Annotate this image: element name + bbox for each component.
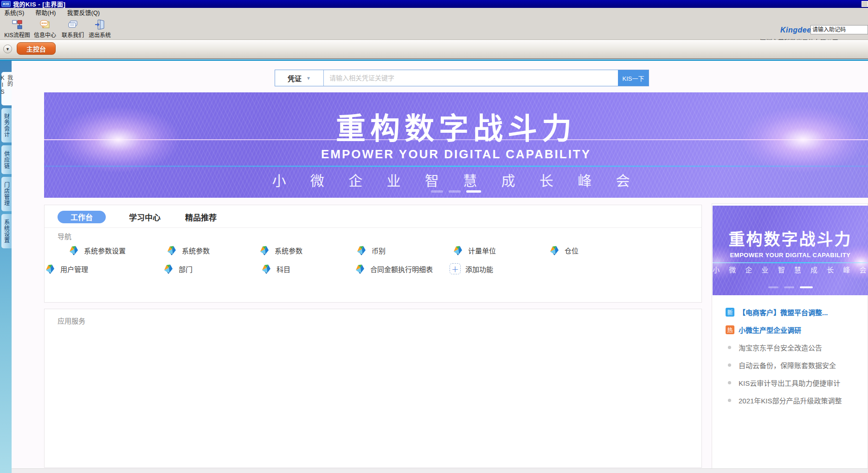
nav-item-label: 部门 <box>179 264 193 274</box>
divider <box>45 227 701 228</box>
search-input[interactable] <box>324 70 618 86</box>
carousel-indicators[interactable] <box>713 286 868 288</box>
kis-diamond-icon <box>452 245 463 256</box>
search-category-value: 凭证 <box>288 73 302 83</box>
bullet-icon <box>728 381 731 384</box>
kis-diamond-icon <box>45 263 56 274</box>
horizontal-scrollbar[interactable] <box>12 468 868 473</box>
news-link[interactable]: 自动云备份，保障账套数据安全 <box>739 360 836 370</box>
news-link[interactable]: 淘宝京东平台安全改造公告 <box>739 343 822 352</box>
add-function-label: 添加功能 <box>465 264 493 274</box>
nav-item-label: 系统参数 <box>182 246 210 255</box>
nav-item[interactable]: 仓位 <box>549 245 579 256</box>
nav-item-label: 系统参数 <box>275 246 302 255</box>
tab-recommendations[interactable]: 精品推荐 <box>185 211 217 223</box>
nav-item[interactable]: 系统参数 <box>166 245 210 256</box>
banner-cyan-line <box>713 262 868 263</box>
news-item: 自动云备份，保障账套数据安全 <box>726 356 842 374</box>
news-link[interactable]: KIS云审计导出工具助力便捷审计 <box>739 378 840 388</box>
kis-diamond-icon <box>354 263 366 274</box>
message-bubble-icon <box>39 19 51 30</box>
bullet-icon <box>728 346 731 349</box>
banner-cyan-line <box>44 166 868 167</box>
toolbar: KIS流程图 信息中心 联系我们 退出系 <box>0 17 868 40</box>
sidebar-tab-finance[interactable]: 财务会计 <box>1 108 12 143</box>
bullet-icon <box>728 363 731 367</box>
search-button[interactable]: KIS一下 <box>618 70 649 86</box>
plus-icon: ＋ <box>450 263 461 274</box>
news-item: 新 【电商客户】微盟平台调整... <box>726 303 842 321</box>
nav-item-label: 仓位 <box>565 246 579 255</box>
workspace-card: 工作台 学习中心 精品推荐 导航 系统参数设置 <box>44 205 702 303</box>
banner-subtitle: EMPOWER YOUR DIGITAL CAPABILITY <box>713 252 868 259</box>
flowchart-icon <box>12 19 23 30</box>
tab-strip: ▼ 主控台 <box>0 40 868 59</box>
menu-bar: 系统(S) 帮助(H) 我要反馈(Q) <box>0 8 868 17</box>
nav-item-label: 用户管理 <box>60 264 88 274</box>
news-badge: 热 <box>726 325 734 334</box>
search-bar: 凭证 ▼ KIS一下 <box>275 70 649 86</box>
exit-system-button[interactable]: 退出系统 <box>83 19 117 39</box>
news-item: 淘宝京东平台安全改造公告 <box>726 338 842 356</box>
sidebar-tab-store-management[interactable]: 门店管理 <box>1 177 12 211</box>
sidebar-tab-my-kis[interactable]: 我的KIS <box>1 72 12 105</box>
sidebar-tab-system-settings[interactable]: 系统设置 <box>1 214 12 248</box>
promo-banner[interactable]: 重构数字战斗力 EMPOWER YOUR DIGITAL CAPABILITY … <box>44 92 868 198</box>
mnemonic-input[interactable] <box>810 25 868 34</box>
news-link[interactable]: 【电商客户】微盟平台调整... <box>739 307 828 317</box>
nav-item[interactable]: 系统参数设置 <box>68 245 126 256</box>
right-panel: 重构数字战斗力 EMPOWER YOUR DIGITAL CAPABILITY … <box>712 203 868 470</box>
toolbar-label: 联系我们 <box>62 31 84 39</box>
toolbar-label: 信息中心 <box>34 31 56 39</box>
news-badge: 新 <box>726 308 734 317</box>
nav-item[interactable]: 计量单位 <box>452 245 496 256</box>
nav-item[interactable]: 合同金额执行明细表 <box>354 263 433 274</box>
sidebar-tab-supply-chain[interactable]: 供应链 <box>1 145 12 174</box>
toolbar-label: 退出系统 <box>89 31 111 39</box>
add-function-button[interactable]: ＋ 添加功能 <box>450 263 493 274</box>
search-category-dropdown[interactable]: 凭证 ▼ <box>275 70 324 86</box>
promo-banner-mini[interactable]: 重构数字战斗力 EMPOWER YOUR DIGITAL CAPABILITY … <box>713 206 868 295</box>
nav-item-label: 系统参数设置 <box>84 246 126 255</box>
menu-system[interactable]: 系统(S) <box>4 8 24 17</box>
kis-diamond-icon <box>356 245 367 256</box>
services-card: 应用服务 <box>44 309 702 468</box>
tab-workbench[interactable]: 工作台 <box>58 211 106 223</box>
tab-console[interactable]: 主控台 <box>17 42 56 55</box>
services-section-label: 应用服务 <box>58 316 85 325</box>
chevron-down-icon[interactable]: ▼ <box>3 45 12 53</box>
kis-diamond-icon <box>163 263 174 274</box>
nav-item[interactable]: 用户管理 <box>45 263 88 274</box>
news-item: 2021年KIS部分产品升级政策调整 <box>726 391 842 409</box>
nav-item[interactable]: 币别 <box>356 245 386 256</box>
tab-learning-center[interactable]: 学习中心 <box>129 211 161 223</box>
toolbar-label: KIS流程图 <box>4 31 30 39</box>
nav-item[interactable]: 部门 <box>163 263 193 274</box>
kingdee-logo: Kingdee <box>780 26 811 34</box>
window-control-button[interactable] <box>862 1 868 7</box>
nav-item[interactable]: 系统参数 <box>259 245 302 256</box>
window-title: 我的KIS - [主界面] <box>13 0 65 8</box>
nav-item-label: 币别 <box>372 246 386 255</box>
chevron-down-icon: ▼ <box>306 76 311 81</box>
nav-item-label: 合同金额执行明细表 <box>370 264 433 274</box>
content-accent-line <box>0 59 868 61</box>
kis-diamond-icon <box>261 263 272 274</box>
nav-grid-row1: 系统参数设置 系统参数 <box>45 245 701 257</box>
kis-diamond-icon <box>166 245 177 256</box>
menu-feedback[interactable]: 我要反馈(Q) <box>67 8 100 17</box>
news-list: 新 【电商客户】微盟平台调整... 热 小微生产型企业调研 淘宝京东平台安全改造… <box>726 303 842 409</box>
nav-item[interactable]: 科目 <box>261 263 290 274</box>
kis-main-window: KIS 我的KIS - [主界面] 系统(S) 帮助(H) 我要反馈(Q) KI… <box>0 0 868 473</box>
menu-help[interactable]: 帮助(H) <box>35 8 56 17</box>
news-link[interactable]: 2021年KIS部分产品升级政策调整 <box>739 395 842 405</box>
news-link[interactable]: 小微生产型企业调研 <box>739 325 801 335</box>
banner-tagline: 小 微 企 业 智 慧 成 长 峰 会 <box>44 169 868 190</box>
carousel-indicators[interactable] <box>44 190 868 193</box>
kis-diamond-icon <box>549 245 560 256</box>
app-icon: KIS <box>1 1 11 7</box>
nav-grid-row2: ＋ 添加功能 部门 <box>45 263 701 275</box>
banner-subtitle: EMPOWER YOUR DIGITAL CAPABILITY <box>44 147 868 162</box>
exit-door-icon <box>94 19 105 30</box>
nav-item-label: 计量单位 <box>468 246 496 255</box>
